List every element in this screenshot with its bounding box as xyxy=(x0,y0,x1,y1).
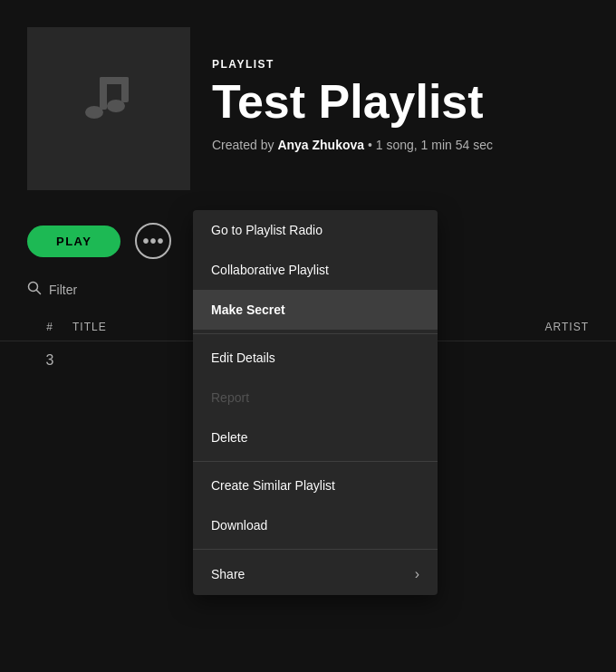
meta-detail: 1 song, 1 min 54 sec xyxy=(376,138,493,152)
playlist-header: PLAYLIST Test Playlist Created by Anya Z… xyxy=(0,0,616,208)
menu-divider xyxy=(193,461,438,462)
filter-label: Filter xyxy=(49,283,77,297)
menu-label-download: Download xyxy=(211,518,267,533)
menu-item-make-secret[interactable]: Make Secret xyxy=(193,290,438,330)
music-note-icon xyxy=(72,68,145,149)
menu-divider xyxy=(193,333,438,334)
more-dots-icon: ••• xyxy=(142,231,164,252)
menu-label-collaborative-playlist: Collaborative Playlist xyxy=(211,263,329,277)
menu-item-edit-details[interactable]: Edit Details xyxy=(193,338,438,378)
album-art xyxy=(27,27,190,190)
playlist-meta: Created by Anya Zhukova • 1 song, 1 min … xyxy=(212,138,493,152)
menu-divider xyxy=(193,549,438,550)
menu-item-collaborative-playlist[interactable]: Collaborative Playlist xyxy=(193,250,438,290)
menu-label-make-secret: Make Secret xyxy=(211,302,285,317)
row-number: 3 xyxy=(27,352,72,369)
playlist-info: PLAYLIST Test Playlist Created by Anya Z… xyxy=(212,58,493,158)
menu-item-delete[interactable]: Delete xyxy=(193,418,438,457)
search-icon xyxy=(27,281,42,299)
menu-item-go-to-playlist-radio[interactable]: Go to Playlist Radio xyxy=(193,210,438,250)
created-by-label: Created by xyxy=(212,138,274,152)
svg-rect-2 xyxy=(100,77,107,110)
menu-item-download[interactable]: Download xyxy=(193,505,438,545)
chevron-right-icon: › xyxy=(415,566,419,582)
menu-label-share: Share xyxy=(211,567,245,581)
menu-label-report: Report xyxy=(211,390,249,405)
menu-item-create-similar-playlist[interactable]: Create Similar Playlist xyxy=(193,466,438,505)
svg-point-4 xyxy=(107,100,125,112)
playlist-type-label: PLAYLIST xyxy=(212,58,493,71)
col-artist-header: ARTIST xyxy=(444,321,589,333)
menu-label-go-to-playlist-radio: Go to Playlist Radio xyxy=(211,223,322,237)
play-button[interactable]: PLAY xyxy=(27,226,120,257)
more-options-button[interactable]: ••• xyxy=(135,223,171,259)
menu-item-report: Report xyxy=(193,378,438,418)
svg-point-3 xyxy=(85,106,103,119)
context-menu: Go to Playlist RadioCollaborative Playli… xyxy=(193,210,438,595)
menu-label-create-similar-playlist: Create Similar Playlist xyxy=(211,478,335,493)
col-num-header: # xyxy=(27,321,72,333)
creator-name: Anya Zhukova xyxy=(277,138,364,152)
svg-line-6 xyxy=(37,291,41,294)
svg-rect-1 xyxy=(121,77,129,102)
playlist-title: Test Playlist xyxy=(212,76,493,128)
menu-label-delete: Delete xyxy=(211,430,247,445)
menu-item-share[interactable]: Share› xyxy=(193,553,438,595)
menu-label-edit-details: Edit Details xyxy=(211,350,275,365)
